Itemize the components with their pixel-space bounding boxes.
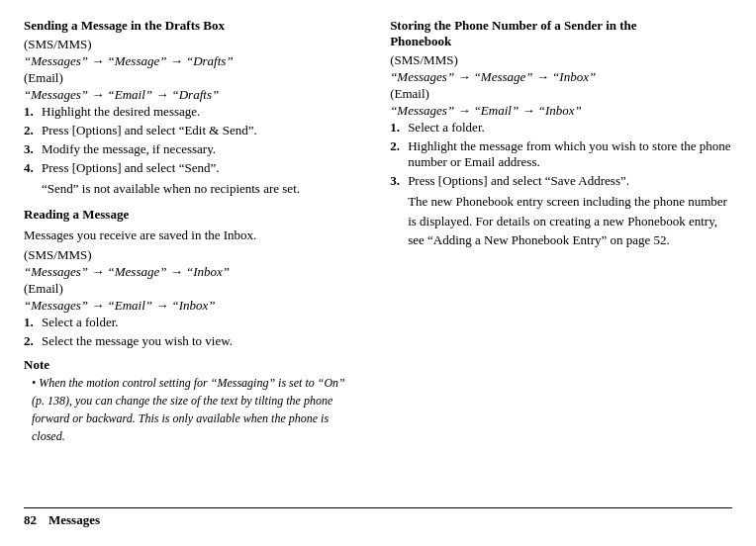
step-2-1: 1.Select a folder.: [24, 315, 358, 330]
section-storing-phonebook: Storing the Phone Number of a Sender in …: [390, 18, 732, 250]
sms-mms-label-2: (SMS/MMS): [24, 247, 358, 263]
section-sending-drafts: Sending a Message in the Drafts Box (SMS…: [24, 18, 358, 199]
steps-list-2: 1.Select a folder. 2.Select the message …: [24, 315, 358, 349]
steps-list-r: 1.Select a folder. 2.Highlight the messa…: [390, 120, 732, 189]
sms-mms-label-r: (SMS/MMS): [390, 52, 732, 68]
step-2-2: 2.Select the message you wish to view.: [24, 333, 358, 349]
note-section: Note • When the motion control setting f…: [24, 357, 358, 445]
sms-mms-label-1: (SMS/MMS): [24, 37, 358, 52]
sms-mms-path-2: “Messages” → “Message” → “Inbox”: [24, 264, 358, 280]
page-container: Sending a Message in the Drafts Box (SMS…: [0, 0, 756, 546]
step-1-1: 1.Highlight the desired message.: [24, 104, 358, 120]
note-label: Note: [24, 357, 358, 373]
step-r-2: 2.Highlight the message from which you w…: [390, 138, 732, 170]
step-r-3: 3.Press [Options] and select “Save Addre…: [390, 173, 732, 189]
right-column: Storing the Phone Number of a Sender in …: [378, 18, 732, 492]
section-storing-title-line1: Storing the Phone Number of a Sender in …: [390, 18, 636, 33]
email-label-2: (Email): [24, 281, 358, 297]
page-footer: 82 Messages: [24, 507, 732, 528]
section-sending-title: Sending a Message in the Drafts Box: [24, 18, 225, 33]
footer-section-title: Messages: [48, 512, 100, 528]
steps-list-1: 1.Highlight the desired message. 2.Press…: [24, 104, 358, 176]
step-r-note: The new Phonebook entry screen including…: [408, 192, 732, 250]
footer-page-number: 82: [24, 512, 37, 528]
sms-mms-path-1: “Messages” → “Message” → “Drafts”: [24, 53, 358, 69]
note-bullet: •: [32, 376, 36, 390]
email-path-1: “Messages” → “Email” → “Drafts”: [24, 87, 358, 103]
left-column: Sending a Message in the Drafts Box (SMS…: [24, 18, 378, 492]
step-1-4: 4.Press [Options] and select “Send”.: [24, 160, 358, 176]
step-1-note: “Send” is not available when no recipien…: [42, 179, 358, 199]
email-label-1: (Email): [24, 70, 358, 86]
note-body: When the motion control setting for “Mes…: [32, 376, 345, 443]
step-1-2: 2.Press [Options] and select “Edit & Sen…: [24, 123, 358, 138]
two-column-layout: Sending a Message in the Drafts Box (SMS…: [24, 18, 732, 492]
email-path-r: “Messages” → “Email” → “Inbox”: [390, 103, 732, 119]
note-text: • When the motion control setting for “M…: [32, 374, 358, 445]
section-reading-message: Reading a Message Messages you receive a…: [24, 207, 358, 350]
step-r-1: 1.Select a folder.: [390, 120, 732, 136]
step-1-3: 3.Modify the message, if necessary.: [24, 141, 358, 157]
email-path-2: “Messages” → “Email” → “Inbox”: [24, 298, 358, 314]
reading-intro: Messages you receive are saved in the In…: [24, 226, 358, 245]
section-storing-title-line2: Phonebook: [390, 34, 451, 48]
section-reading-title: Reading a Message: [24, 207, 129, 222]
sms-mms-path-r: “Messages” → “Message” → “Inbox”: [390, 69, 732, 85]
email-label-r: (Email): [390, 86, 732, 102]
